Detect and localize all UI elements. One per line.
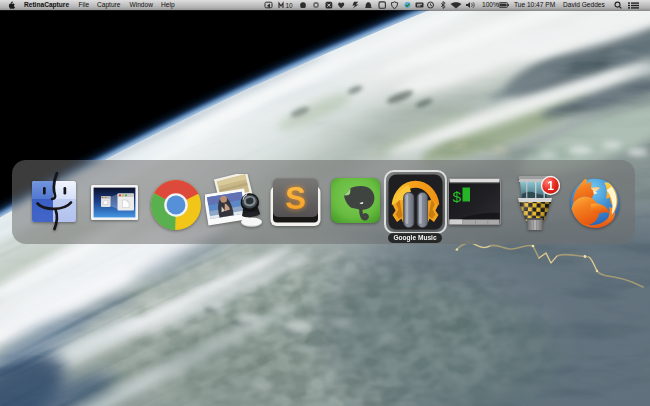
svg-text:100%: 100% bbox=[482, 1, 499, 8]
svg-text:10: 10 bbox=[286, 2, 294, 9]
svg-text:S: S bbox=[285, 181, 306, 216]
svg-text:Help: Help bbox=[161, 1, 175, 9]
svg-text:Tue 10:47 PM: Tue 10:47 PM bbox=[514, 1, 555, 8]
svg-text:RetinaCapture: RetinaCapture bbox=[24, 1, 69, 9]
svg-text:Capture: Capture bbox=[97, 1, 121, 9]
svg-text:File: File bbox=[79, 1, 90, 8]
svg-text:David Geddes: David Geddes bbox=[563, 1, 605, 8]
svg-text:1: 1 bbox=[547, 179, 554, 193]
svg-text:Window: Window bbox=[130, 1, 154, 8]
svg-text:$: $ bbox=[453, 188, 462, 205]
